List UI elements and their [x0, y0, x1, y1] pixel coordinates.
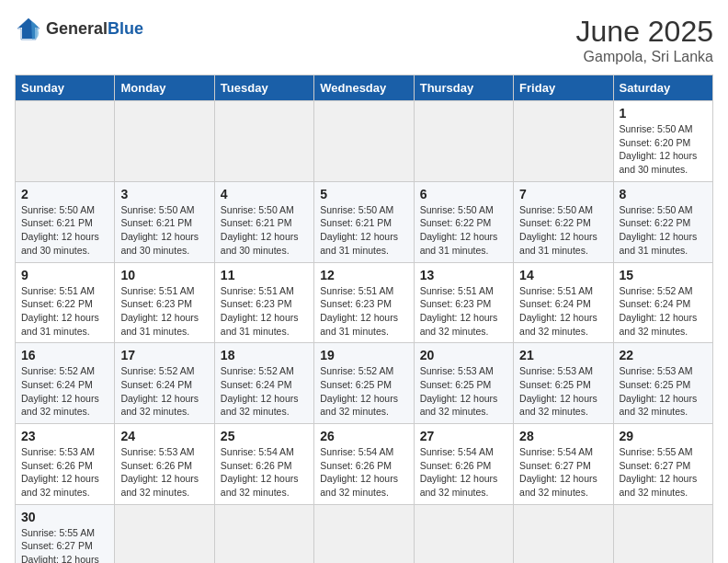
calendar-week-row: 1Sunrise: 5:50 AMSunset: 6:20 PMDaylight…	[16, 101, 713, 182]
day-info: Sunrise: 5:50 AMSunset: 6:22 PMDaylight:…	[420, 203, 507, 258]
day-number: 1	[620, 106, 707, 121]
day-number: 22	[620, 348, 707, 362]
day-number: 30	[21, 510, 108, 524]
day-number: 4	[221, 187, 308, 201]
day-info: Sunrise: 5:51 AMSunset: 6:22 PMDaylight:…	[21, 284, 108, 339]
day-number: 9	[21, 268, 108, 282]
calendar-cell	[414, 504, 513, 563]
calendar-cell: 20Sunrise: 5:53 AMSunset: 6:25 PMDayligh…	[414, 343, 513, 424]
day-header-thursday: Thursday	[414, 75, 513, 101]
calendar-table: SundayMondayTuesdayWednesdayThursdayFrid…	[15, 75, 713, 563]
day-number: 26	[320, 429, 407, 443]
logo: GeneralBlue	[15, 15, 143, 42]
logo-wordmark: GeneralBlue	[46, 19, 143, 39]
day-number: 14	[519, 268, 607, 282]
calendar-cell: 30Sunrise: 5:55 AMSunset: 6:27 PMDayligh…	[16, 504, 115, 563]
day-info: Sunrise: 5:53 AMSunset: 6:25 PMDaylight:…	[620, 364, 707, 419]
day-info: Sunrise: 5:51 AMSunset: 6:23 PMDaylight:…	[320, 284, 407, 339]
day-info: Sunrise: 5:55 AMSunset: 6:27 PMDaylight:…	[21, 526, 108, 563]
day-header-wednesday: Wednesday	[314, 75, 414, 101]
day-info: Sunrise: 5:50 AMSunset: 6:22 PMDaylight:…	[620, 203, 707, 258]
calendar-cell: 18Sunrise: 5:52 AMSunset: 6:24 PMDayligh…	[214, 343, 313, 424]
day-info: Sunrise: 5:52 AMSunset: 6:24 PMDaylight:…	[620, 284, 707, 339]
calendar-week-row: 23Sunrise: 5:53 AMSunset: 6:26 PMDayligh…	[16, 424, 713, 505]
day-info: Sunrise: 5:50 AMSunset: 6:21 PMDaylight:…	[21, 203, 108, 258]
day-info: Sunrise: 5:52 AMSunset: 6:24 PMDaylight:…	[120, 364, 208, 419]
day-info: Sunrise: 5:53 AMSunset: 6:26 PMDaylight:…	[21, 445, 108, 500]
calendar-cell: 9Sunrise: 5:51 AMSunset: 6:22 PMDaylight…	[16, 262, 115, 343]
calendar-cell: 3Sunrise: 5:50 AMSunset: 6:21 PMDaylight…	[115, 181, 214, 262]
calendar-header-row: SundayMondayTuesdayWednesdayThursdayFrid…	[16, 75, 713, 101]
day-header-friday: Friday	[514, 75, 613, 101]
day-info: Sunrise: 5:54 AMSunset: 6:27 PMDaylight:…	[519, 445, 607, 500]
calendar-cell: 2Sunrise: 5:50 AMSunset: 6:21 PMDaylight…	[16, 181, 115, 262]
day-number: 7	[519, 187, 607, 201]
day-info: Sunrise: 5:52 AMSunset: 6:24 PMDaylight:…	[21, 364, 108, 419]
month-title: June 2025	[576, 15, 713, 49]
day-info: Sunrise: 5:52 AMSunset: 6:24 PMDaylight:…	[221, 364, 308, 419]
day-number: 18	[221, 348, 308, 362]
calendar-cell: 23Sunrise: 5:53 AMSunset: 6:26 PMDayligh…	[16, 424, 115, 505]
day-number: 25	[221, 429, 308, 443]
calendar-cell	[514, 504, 613, 563]
day-info: Sunrise: 5:50 AMSunset: 6:22 PMDaylight:…	[519, 203, 607, 258]
calendar-cell: 26Sunrise: 5:54 AMSunset: 6:26 PMDayligh…	[314, 424, 414, 505]
day-number: 10	[120, 268, 208, 282]
day-info: Sunrise: 5:52 AMSunset: 6:25 PMDaylight:…	[320, 364, 407, 419]
logo-blue: Blue	[108, 19, 143, 38]
calendar-cell: 29Sunrise: 5:55 AMSunset: 6:27 PMDayligh…	[613, 424, 712, 505]
calendar-cell: 14Sunrise: 5:51 AMSunset: 6:24 PMDayligh…	[514, 262, 613, 343]
day-header-tuesday: Tuesday	[214, 75, 313, 101]
title-area: June 2025 Gampola, Sri Lanka	[576, 15, 713, 65]
page-header: GeneralBlue June 2025 Gampola, Sri Lanka	[15, 15, 713, 65]
day-info: Sunrise: 5:53 AMSunset: 6:25 PMDaylight:…	[420, 364, 507, 419]
calendar-cell: 24Sunrise: 5:53 AMSunset: 6:26 PMDayligh…	[115, 424, 214, 505]
calendar-cell: 25Sunrise: 5:54 AMSunset: 6:26 PMDayligh…	[214, 424, 313, 505]
day-number: 8	[620, 187, 707, 201]
location-title: Gampola, Sri Lanka	[576, 49, 713, 65]
calendar-cell: 16Sunrise: 5:52 AMSunset: 6:24 PMDayligh…	[16, 343, 115, 424]
day-number: 20	[420, 348, 507, 362]
day-header-sunday: Sunday	[16, 75, 115, 101]
day-info: Sunrise: 5:53 AMSunset: 6:25 PMDaylight:…	[519, 364, 607, 419]
day-number: 6	[420, 187, 507, 201]
day-number: 17	[120, 348, 208, 362]
day-number: 28	[519, 429, 607, 443]
calendar-cell: 27Sunrise: 5:54 AMSunset: 6:26 PMDayligh…	[414, 424, 513, 505]
calendar-cell	[414, 101, 513, 182]
day-number: 24	[120, 429, 208, 443]
day-info: Sunrise: 5:50 AMSunset: 6:21 PMDaylight:…	[120, 203, 208, 258]
day-info: Sunrise: 5:50 AMSunset: 6:21 PMDaylight:…	[221, 203, 308, 258]
day-info: Sunrise: 5:50 AMSunset: 6:21 PMDaylight:…	[320, 203, 407, 258]
day-info: Sunrise: 5:54 AMSunset: 6:26 PMDaylight:…	[420, 445, 507, 500]
calendar-cell	[514, 101, 613, 182]
calendar-cell: 10Sunrise: 5:51 AMSunset: 6:23 PMDayligh…	[115, 262, 214, 343]
calendar-cell	[214, 504, 313, 563]
day-info: Sunrise: 5:50 AMSunset: 6:20 PMDaylight:…	[620, 122, 707, 177]
calendar-cell: 1Sunrise: 5:50 AMSunset: 6:20 PMDaylight…	[613, 101, 712, 182]
day-info: Sunrise: 5:54 AMSunset: 6:26 PMDaylight:…	[320, 445, 407, 500]
calendar-cell: 5Sunrise: 5:50 AMSunset: 6:21 PMDaylight…	[314, 181, 414, 262]
calendar-cell: 21Sunrise: 5:53 AMSunset: 6:25 PMDayligh…	[514, 343, 613, 424]
calendar-week-row: 16Sunrise: 5:52 AMSunset: 6:24 PMDayligh…	[16, 343, 713, 424]
calendar-cell: 22Sunrise: 5:53 AMSunset: 6:25 PMDayligh…	[613, 343, 712, 424]
day-number: 12	[320, 268, 407, 282]
day-number: 27	[420, 429, 507, 443]
logo-general: General	[46, 19, 108, 38]
calendar-cell: 17Sunrise: 5:52 AMSunset: 6:24 PMDayligh…	[115, 343, 214, 424]
calendar-cell	[613, 504, 712, 563]
calendar-week-row: 2Sunrise: 5:50 AMSunset: 6:21 PMDaylight…	[16, 181, 713, 262]
day-number: 2	[21, 187, 108, 201]
day-info: Sunrise: 5:54 AMSunset: 6:26 PMDaylight:…	[221, 445, 308, 500]
day-number: 3	[120, 187, 208, 201]
calendar-cell	[214, 101, 313, 182]
calendar-cell: 15Sunrise: 5:52 AMSunset: 6:24 PMDayligh…	[613, 262, 712, 343]
day-number: 29	[620, 429, 707, 443]
calendar-week-row: 30Sunrise: 5:55 AMSunset: 6:27 PMDayligh…	[16, 504, 713, 563]
day-number: 5	[320, 187, 407, 201]
day-header-saturday: Saturday	[613, 75, 712, 101]
calendar-cell: 12Sunrise: 5:51 AMSunset: 6:23 PMDayligh…	[314, 262, 414, 343]
day-number: 13	[420, 268, 507, 282]
day-info: Sunrise: 5:51 AMSunset: 6:23 PMDaylight:…	[221, 284, 308, 339]
calendar-cell	[115, 101, 214, 182]
